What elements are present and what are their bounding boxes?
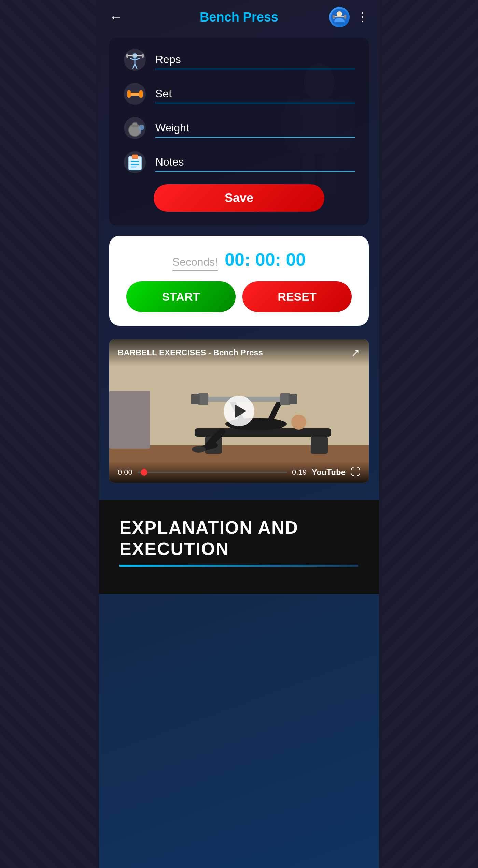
svg-rect-33 [132,155,138,159]
notes-icon [123,150,147,174]
set-row [123,82,355,106]
svg-rect-24 [139,90,143,98]
start-timer-button[interactable]: START [126,281,236,312]
fullscreen-icon[interactable]: ⛶ [351,466,360,478]
svg-point-1 [337,11,342,17]
timer-card: Seconds! 00: 00: 00 START RESET [109,236,369,326]
video-time-start: 0:00 [118,468,132,477]
notes-input-container [155,153,355,172]
timer-header: Seconds! 00: 00: 00 [172,249,306,271]
weight-input-container [155,119,355,138]
profile-icon[interactable] [329,7,350,27]
svg-rect-22 [129,93,141,96]
timer-label: Seconds! [172,256,218,271]
svg-rect-17 [126,54,128,58]
back-button[interactable]: ← [109,10,123,25]
svg-rect-3 [333,15,335,19]
weight-icon [123,116,147,140]
reps-input[interactable] [155,51,355,69]
video-controls: 0:00 0:19 YouTube ⛶ [109,461,369,483]
header: ← Bench Press ⋮ [99,0,379,34]
svg-rect-28 [131,125,139,127]
svg-rect-51 [191,394,200,404]
header-right: ⋮ [329,7,369,27]
reset-timer-button[interactable]: RESET [242,281,352,312]
video-progress-indicator [141,469,147,476]
section-title: EXPLANATION AND EXECUTION [120,517,358,560]
more-menu-button[interactable]: ⋮ [356,10,369,24]
weight-row [123,116,355,140]
right-decoration [382,0,478,868]
svg-point-55 [192,446,206,453]
set-input[interactable] [155,85,355,103]
video-play-button[interactable] [224,396,254,426]
video-share-icon[interactable]: ↗ [351,346,360,359]
svg-rect-4 [344,15,346,19]
svg-rect-43 [311,437,328,454]
play-triangle-icon [235,404,247,418]
save-button[interactable]: Save [154,184,324,212]
phone-wrapper: ← Bench Press ⋮ [99,0,379,868]
svg-rect-40 [109,391,150,449]
reps-input-container [155,51,355,69]
reps-icon [123,48,147,72]
weight-input[interactable] [155,119,355,138]
video-card: BARBELL EXERCISES - Bench Press ↗ [109,339,369,483]
svg-rect-23 [127,90,131,98]
timer-display: 00: 00: 00 [225,249,306,270]
video-title: BARBELL EXERCISES - Bench Press [118,348,263,358]
youtube-logo: YouTube [312,467,346,477]
timer-buttons: START RESET [126,281,352,312]
video-progress-bar[interactable] [138,472,287,473]
svg-point-45 [291,415,306,430]
form-card: Save [109,38,369,225]
reps-row [123,48,355,72]
bottom-section: EXPLANATION AND EXECUTION [99,500,379,594]
left-decoration [0,0,96,868]
set-icon [123,82,147,106]
video-time-end: 0:19 [292,468,307,477]
svg-rect-18 [142,54,144,58]
svg-rect-52 [289,394,297,404]
svg-rect-2 [334,16,345,17]
svg-rect-16 [127,55,143,56]
page-title: Bench Press [200,10,278,25]
svg-rect-30 [140,129,141,134]
notes-input[interactable] [155,153,355,172]
title-underline [120,565,358,567]
video-title-bar: BARBELL EXERCISES - Bench Press ↗ [109,339,369,366]
set-input-container [155,85,355,103]
svg-point-29 [139,125,144,130]
notes-row [123,150,355,174]
